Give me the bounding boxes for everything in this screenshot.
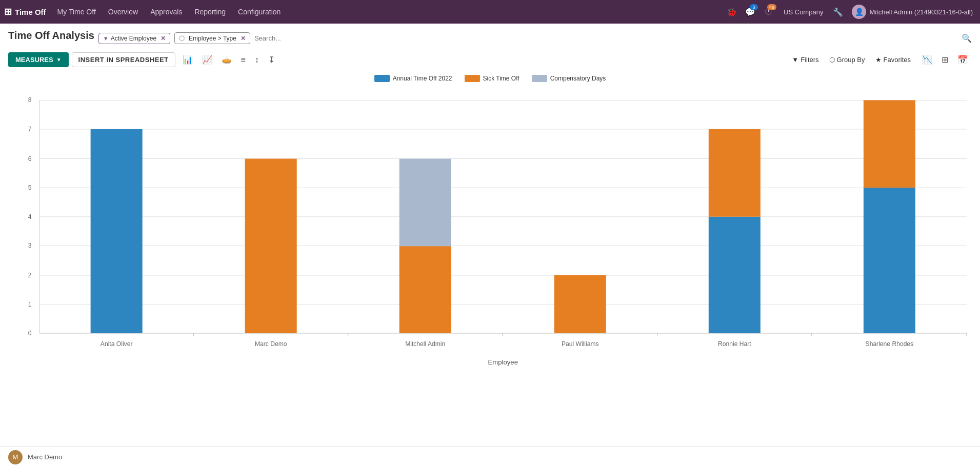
bar-chart-button[interactable]: 📊 [178,52,197,68]
svg-text:8: 8 [28,96,32,104]
chart-toolbar: MEASURES ▼ INSERT IN SPREADSHEET 📊 📈 🥧 ≡… [8,52,972,68]
user-name: Mitchell Admin (21490321-16-0-all) [869,8,973,16]
activity-icon[interactable]: ⏱ 49 [761,4,776,19]
filters-icon: ▼ [792,56,798,64]
layer-icon: ⬡ [179,34,185,42]
pie-chart-icon: 🥧 [222,55,232,64]
bar-sharlene-annual [864,188,915,333]
xaxis-label: Employee [488,358,518,366]
svg-text:1: 1 [28,301,32,308]
favorites-label: Favorites [884,56,911,64]
bar-paul-sick [554,275,606,333]
funnel-icon: ▼ [103,35,109,42]
filter-employee-type[interactable]: ⬡ Employee > Type ✕ [174,32,250,44]
app-name: Time Off [15,8,46,16]
bar-anita-annual [91,129,143,333]
filters-button[interactable]: ▼ Filters [788,53,823,66]
nav-my-time-off[interactable]: My Time Off [52,0,101,24]
svg-text:2: 2 [28,272,32,279]
filter-employee-type-close[interactable]: ✕ [241,35,246,42]
chat-badge: 6 [750,4,758,10]
main-content: Time Off Analysis ▼ Active Employee ✕ ⬡ … [0,24,980,379]
calendar-view-icon: 📅 [957,55,968,64]
xlabel-sharlene: Sharlene Rhodes [866,340,914,348]
legend-sick-color [465,75,480,82]
measures-arrow-icon: ▼ [56,57,62,63]
view-type-buttons: 📉 ⊞ 📅 [918,52,972,68]
legend-sick-label: Sick Time Off [483,75,519,82]
line-chart-button[interactable]: 📈 [198,52,216,68]
grid-icon: ⊞ [4,6,12,17]
chart-container: Annual Time Off 2022 Sick Time Off Compe… [8,75,972,373]
legend-comp-color [532,75,547,82]
page-title: Time Off Analysis [8,30,94,42]
nav-configuration[interactable]: Configuration [233,0,286,24]
nav-reporting[interactable]: Reporting [189,0,231,24]
filters-label: Filters [801,56,818,64]
filter-group-favorites: ▼ Filters ⬡ Group By ★ Favorites [788,53,915,66]
svg-text:0: 0 [28,330,32,337]
measures-label: MEASURES [15,56,53,64]
area-chart-view-icon: 📉 [922,55,932,64]
favorites-icon: ★ [875,56,882,64]
xlabel-anita: Anita Oliver [101,340,133,348]
xlabel-paul: Paul Williams [562,340,599,348]
svg-text:3: 3 [28,242,32,249]
group-by-icon: ⬡ [829,56,835,64]
filter-active-employee-close[interactable]: ✕ [161,35,166,42]
activity-badge: 49 [767,4,776,10]
user-menu[interactable]: 👤 Mitchell Admin (21490321-16-0-all) [849,5,976,19]
favorites-button[interactable]: ★ Favorites [871,53,915,66]
company-name[interactable]: US Company [779,8,827,16]
nav-approvals[interactable]: Approvals [145,0,187,24]
bug-icon[interactable]: 🐞 [724,4,739,19]
legend-annual: Annual Time Off 2022 [374,75,452,82]
bar-marc-sick [245,159,297,333]
discuss-icon[interactable]: 💬 6 [743,4,758,19]
xlabel-mitchell: Mitchell Admin [405,340,445,348]
pie-chart-button[interactable]: 🥧 [217,52,236,68]
insert-spreadsheet-button[interactable]: INSERT IN SPREADSHEET [72,52,175,67]
svg-text:4: 4 [28,213,32,220]
legend-comp-label: Compensatory Days [550,75,606,82]
ascending-icon: ↕ [255,55,259,64]
bar-mitchell-comp [399,159,451,247]
legend-annual-color [374,75,390,82]
settings-icon[interactable]: 🔧 [830,4,846,19]
group-by-button[interactable]: ⬡ Group By [825,53,869,66]
nav-overview[interactable]: Overview [103,0,143,24]
descending-icon: ↧ [268,55,275,64]
legend-annual-label: Annual Time Off 2022 [393,75,452,82]
filter-active-employee[interactable]: ▼ Active Employee ✕ [98,33,170,44]
group-by-label: Group By [837,56,865,64]
calendar-view-button[interactable]: 📅 [953,52,972,68]
table-view-icon: ⊞ [942,55,948,64]
descending-sort-button[interactable]: ↧ [264,52,279,68]
measures-button[interactable]: MEASURES ▼ [8,52,69,67]
bar-ronnie-sick [709,129,761,217]
search-input[interactable] [254,34,957,42]
bar-sharlene-sick [864,100,915,188]
xlabel-marc: Marc Demo [255,340,287,348]
search-icon[interactable]: 🔍 [962,33,972,43]
bar-ronnie-annual [709,217,761,333]
bar-chart-icon: 📊 [183,55,193,64]
table-view-button[interactable]: ⊞ [937,52,952,68]
bar-mitchell-sick [399,246,451,333]
app-brand[interactable]: ⊞ Time Off [4,6,46,17]
legend-sick: Sick Time Off [465,75,519,82]
user-avatar: 👤 [852,5,866,19]
top-navigation: ⊞ Time Off My Time Off Overview Approval… [0,0,980,24]
stacked-icon: ≡ [241,55,246,64]
ascending-sort-button[interactable]: ↕ [251,52,263,68]
topnav-icons: 🐞 💬 6 ⏱ 49 US Company 🔧 👤 Mitchell Admin… [724,4,976,19]
area-chart-view-button[interactable]: 📉 [918,52,936,68]
legend-comp: Compensatory Days [532,75,606,82]
bar-chart: 8 7 6 5 4 3 2 1 0 [8,86,972,373]
filter-active-employee-label: Active Employee [111,35,156,42]
stacked-chart-button[interactable]: ≡ [237,52,250,68]
line-chart-icon: 📈 [202,55,212,64]
xlabel-ronnie: Ronnie Hart [718,340,751,348]
spreadsheet-label: INSERT IN SPREADSHEET [78,56,169,64]
chart-legend: Annual Time Off 2022 Sick Time Off Compe… [8,75,972,82]
